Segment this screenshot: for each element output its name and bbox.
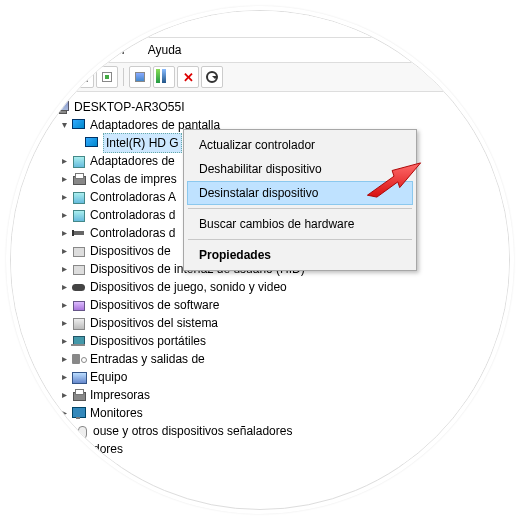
expander-icon[interactable]: ▸: [59, 260, 70, 278]
expander-icon[interactable]: ▾: [43, 98, 54, 116]
tree-category-portable[interactable]: ▸ Dispositivos portátiles: [13, 332, 510, 350]
category-label: Dispositivos portátiles: [90, 332, 206, 350]
category-label: Dispositivos de juego, sonido y video: [90, 278, 287, 296]
category-label: Dispositivos del sistema: [90, 314, 218, 332]
tree-category-game[interactable]: ▸ Dispositivos de juego, sonido y video: [13, 278, 510, 296]
expander-icon[interactable]: ▸: [59, 332, 70, 350]
expander-icon[interactable]: ▸: [59, 350, 70, 368]
category-label: Monitores: [90, 404, 143, 422]
device-icon: [71, 244, 87, 258]
expander-icon[interactable]: ▸: [59, 242, 70, 260]
tree-root-node[interactable]: ▾ DESKTOP-AR3O55I: [13, 98, 510, 116]
expander-icon[interactable]: ▸: [59, 404, 70, 422]
device-icon: [71, 154, 87, 168]
printer-icon: [71, 172, 87, 186]
category-label: Equipo: [90, 368, 127, 386]
window-title-text: istrador de dispositivos: [11, 17, 133, 31]
category-label: Controladoras d: [90, 206, 175, 224]
computer-icon: [55, 100, 71, 114]
expander-icon[interactable]: ▾: [59, 116, 70, 134]
category-label: Colas de impres: [90, 170, 177, 188]
tree-category-software[interactable]: ▸ Dispositivos de software: [13, 296, 510, 314]
menu-file[interactable]: vo: [11, 41, 32, 59]
category-label: Adaptadores de: [90, 152, 175, 170]
usb-icon: [71, 226, 87, 240]
category-label: ouse y otros dispositivos señaladores: [93, 422, 292, 440]
expander-icon[interactable]: ▸: [59, 188, 70, 206]
scan-icon: [206, 71, 218, 83]
expander-icon[interactable]: ▸: [59, 314, 70, 332]
toolbar-button-2[interactable]: [39, 66, 61, 88]
toolbar-button-5[interactable]: [129, 66, 151, 88]
expander-icon[interactable]: ▸: [59, 386, 70, 404]
category-label: Entradas y salidas de: [90, 350, 205, 368]
tree-category-processors[interactable]: dores: [13, 440, 510, 458]
tree-category-system[interactable]: ▸ Dispositivos del sistema: [13, 314, 510, 332]
display-adapter-icon: [71, 118, 87, 132]
toolbar-scan-button[interactable]: [201, 66, 223, 88]
printer-icon: [71, 388, 87, 402]
menu-bar: vo Acción Ver Ayuda: [11, 38, 510, 63]
menu-help[interactable]: Ayuda: [144, 41, 186, 59]
monitor-icon: [71, 406, 87, 420]
tree-category-printers[interactable]: ▸ Impresoras: [13, 386, 510, 404]
expander-icon[interactable]: ▸: [59, 152, 70, 170]
window-title: istrador de dispositivos: [11, 11, 510, 38]
context-menu: Actualizar controlador Deshabilitar disp…: [183, 129, 417, 271]
display-adapter-icon: [84, 136, 100, 150]
category-label: Impresoras: [90, 386, 150, 404]
device-icon: [71, 190, 87, 204]
category-label: Dispositivos de software: [90, 296, 219, 314]
category-label: Controladoras d: [90, 224, 175, 242]
device-icon: [71, 208, 87, 222]
menu-action[interactable]: Acción: [46, 41, 90, 59]
hid-icon: [71, 262, 87, 276]
expander-icon[interactable]: ▸: [59, 278, 70, 296]
expander-icon[interactable]: ▸: [59, 170, 70, 188]
laptop-icon: [71, 334, 87, 348]
toolbar-button-1[interactable]: [15, 66, 37, 88]
expander-icon[interactable]: ▸: [59, 296, 70, 314]
system-icon: [71, 316, 87, 330]
category-label: Controladoras A: [90, 188, 176, 206]
context-menu-separator: [188, 208, 412, 209]
mouse-icon: [74, 424, 90, 438]
context-menu-separator: [188, 239, 412, 240]
toolbar-button-3[interactable]: [72, 66, 94, 88]
toolbar: ✕: [11, 63, 510, 92]
game-icon: [71, 280, 87, 294]
context-menu-scan-hardware[interactable]: Buscar cambios de hardware: [187, 212, 413, 236]
selected-device-label: Intel(R) HD G: [103, 133, 182, 153]
expander-icon[interactable]: ▸: [59, 206, 70, 224]
team-icon: [71, 370, 87, 384]
context-menu-disable-device[interactable]: Deshabilitar dispositivo: [187, 157, 413, 181]
expander-icon[interactable]: ▸: [59, 368, 70, 386]
category-label: dores: [93, 440, 123, 458]
toolbar-remove-button[interactable]: ✕: [177, 66, 199, 88]
tree-category-monitors[interactable]: ▸ Monitores: [13, 404, 510, 422]
audio-icon: [71, 352, 87, 366]
toolbar-button-4[interactable]: [96, 66, 118, 88]
software-icon: [71, 298, 87, 312]
tree-category-audio-io[interactable]: ▸ Entradas y salidas de: [13, 350, 510, 368]
expander-icon[interactable]: ▸: [59, 224, 70, 242]
category-label: Dispositivos de: [90, 242, 171, 260]
context-menu-uninstall-device[interactable]: Desinstalar dispositivo: [187, 181, 413, 205]
context-menu-update-driver[interactable]: Actualizar controlador: [187, 133, 413, 157]
root-label: DESKTOP-AR3O55I: [74, 98, 184, 116]
menu-view[interactable]: Ver: [104, 41, 130, 59]
toolbar-button-6[interactable]: [153, 66, 175, 88]
context-menu-properties[interactable]: Propiedades: [187, 243, 413, 267]
tree-category-mouse[interactable]: ouse y otros dispositivos señaladores: [13, 422, 510, 440]
tree-category-team[interactable]: ▸ Equipo: [13, 368, 510, 386]
x-icon: ✕: [183, 71, 194, 84]
